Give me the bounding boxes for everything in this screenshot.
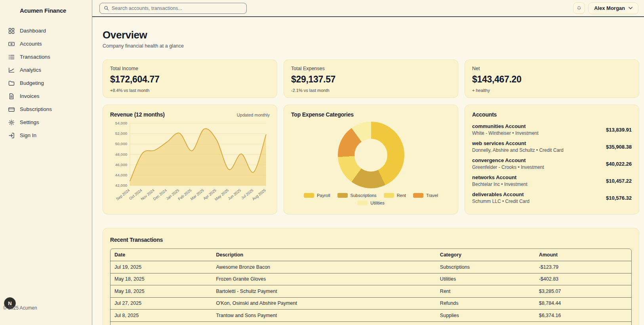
sidebar-item-dashboard[interactable]: Dashboard (0, 24, 92, 37)
legend-item-travel: Travel (413, 193, 438, 198)
stat-card: Net$143,467.20+ healthy (465, 59, 639, 98)
table-row: Jul 8, 2025Trantow and Sons PaymentSuppl… (111, 310, 631, 322)
cell-date: Jul 8, 2025 (111, 310, 212, 322)
file-text-icon (8, 93, 15, 99)
account-info: networks AccountBechtelar Inc • Investme… (472, 174, 528, 187)
dashboard-icon (8, 28, 15, 34)
svg-text:52,000: 52,000 (115, 131, 128, 136)
account-list-item: convergence AccountGreenfelder - Crooks … (472, 155, 632, 172)
user-menu-button[interactable]: Alex Morgan (588, 2, 638, 14)
cell-description: Gusikowski - Gibson Payment (212, 321, 436, 325)
svg-text:Sep 2024: Sep 2024 (115, 188, 131, 201)
expense-categories-card: Top Expense Categories PayrollSubscripti… (284, 105, 458, 214)
column-header-category: Category (436, 249, 535, 261)
sidebar-item-settings[interactable]: Settings (0, 116, 92, 129)
column-header-date: Date (111, 249, 212, 261)
donut-hole (354, 139, 387, 172)
stat-card: Total Expenses$29,137.57-2.1% vs last mo… (284, 59, 458, 98)
sidebar-item-invoices[interactable]: Invoices (0, 90, 92, 103)
sidebar-item-label: Transactions (20, 54, 50, 60)
legend-item-rent: Rent (384, 193, 406, 198)
account-balance: $10,457.22 (601, 178, 632, 184)
cell-amount: $3,285.07 (535, 285, 631, 298)
stat-cards-row: Total Income$172,604.77+8.4% vs last mon… (103, 59, 639, 98)
bell-icon (577, 6, 581, 11)
copyright-text: © 2025 Acumen (3, 305, 37, 311)
sidebar-item-label: Settings (20, 119, 39, 125)
stat-delta: +8.4% vs last month (110, 88, 270, 93)
search-box[interactable] (99, 3, 247, 14)
sidebar-item-analytics[interactable]: Analytics (0, 63, 92, 76)
account-detail: White - Wintheiser • Investment (472, 130, 539, 136)
cell-amount: -$123.79 (535, 261, 631, 273)
account-list-item: communities AccountWhite - Wintheiser • … (472, 121, 632, 138)
svg-text:48,000: 48,000 (115, 152, 128, 157)
list-icon (8, 54, 15, 60)
sidebar-item-transactions[interactable]: Transactions (0, 50, 92, 63)
app-logo: Acumen Finance (0, 7, 92, 14)
recent-transactions-card: Recent Transactions DateDescriptionCateg… (103, 228, 639, 325)
table-row: Jul 19, 2025Awesome Bronze BaconSubscrip… (111, 261, 631, 273)
cell-description: Awesome Bronze Bacon (212, 261, 436, 273)
cell-category: Rent (436, 285, 535, 298)
notifications-button[interactable] (573, 2, 585, 14)
legend-label: Utilities (370, 201, 384, 205)
stat-label: Total Income (110, 66, 270, 71)
credit-card-icon (8, 106, 15, 113)
svg-text:Aug 2025: Aug 2025 (251, 188, 267, 201)
account-info: communities AccountWhite - Wintheiser • … (472, 123, 539, 136)
sidebar-item-accounts[interactable]: Accounts (0, 37, 92, 50)
page-title: Overview (103, 29, 639, 41)
sidebar-nav: DashboardAccountsTransactionsAnalyticsBu… (0, 24, 92, 142)
svg-text:54,000: 54,000 (115, 121, 128, 125)
legend-item-utilities: Utilities (357, 201, 384, 205)
cell-date: Jun 2, 2025 (111, 321, 212, 325)
sidebar-item-subscriptions[interactable]: Subscriptions (0, 103, 92, 116)
cell-amount: $6,374.16 (535, 310, 631, 322)
account-detail: Schumm LLC • Credit Card (472, 199, 530, 204)
stat-value: $172,604.77 (110, 74, 270, 85)
svg-text:May 2025: May 2025 (214, 188, 229, 201)
table-row: Jun 2, 2025Gusikowski - Gibson PaymentPa… (111, 321, 631, 325)
cell-description: Frozen Granite Gloves (212, 273, 436, 285)
cell-amount: $8,784.44 (535, 297, 631, 310)
account-name: communities Account (472, 123, 539, 129)
legend-item-payroll: Payroll (304, 193, 330, 198)
chevron-down-icon (629, 7, 633, 10)
revenue-card-title: Revenue (12 months) (110, 111, 165, 118)
gear-icon (8, 119, 15, 126)
cell-category: Supplies (436, 310, 535, 322)
sidebar-item-budgeting[interactable]: Budgeting (0, 76, 92, 90)
account-name: convergence Account (472, 157, 544, 163)
account-detail: Bechtelar Inc • Investment (472, 182, 528, 187)
cell-category: Refunds (436, 297, 535, 310)
legend-swatch (337, 193, 348, 198)
legend-swatch (304, 193, 314, 198)
legend-swatch (357, 201, 368, 205)
accounts-card-title: Accounts (472, 111, 497, 118)
legend-label: Subscriptions (351, 193, 377, 198)
column-header-description: Description (212, 249, 436, 261)
sidebar-item-label: Subscriptions (20, 106, 52, 112)
svg-text:42,000: 42,000 (115, 183, 128, 187)
sidebar-item-label: Invoices (20, 93, 40, 99)
sidebar-item-label: Analytics (20, 67, 41, 73)
cell-date: Jul 19, 2025 (111, 261, 212, 273)
account-list-item: deliverables AccountSchumm LLC • Credit … (472, 189, 632, 206)
cell-date: May 18, 2025 (111, 285, 212, 298)
table-row: May 18, 2025Bartoletti - Schultz Payment… (111, 285, 631, 298)
svg-text:Feb 2025: Feb 2025 (177, 188, 192, 201)
account-info: web services AccountDonnelly, Abshire an… (472, 140, 564, 153)
revenue-area-chart: 42,00044,00046,00048,00050,00052,00054,0… (110, 119, 270, 208)
accounts-card: Accounts communities AccountWhite - Wint… (465, 105, 639, 214)
account-name: deliverables Account (472, 191, 530, 197)
sidebar-item-label: Sign In (20, 132, 36, 138)
search-input[interactable] (112, 6, 242, 11)
cell-amount: -$402.83 (535, 273, 631, 285)
table-header-row: DateDescriptionCategoryAmount (111, 249, 631, 261)
svg-text:50,000: 50,000 (115, 141, 128, 146)
sidebar-item-label: Accounts (20, 41, 42, 47)
sidebar-item-sign-in[interactable]: Sign In (0, 129, 92, 142)
svg-text:Mar 2025: Mar 2025 (190, 188, 205, 201)
account-list-item: networks AccountBechtelar Inc • Investme… (472, 172, 632, 189)
